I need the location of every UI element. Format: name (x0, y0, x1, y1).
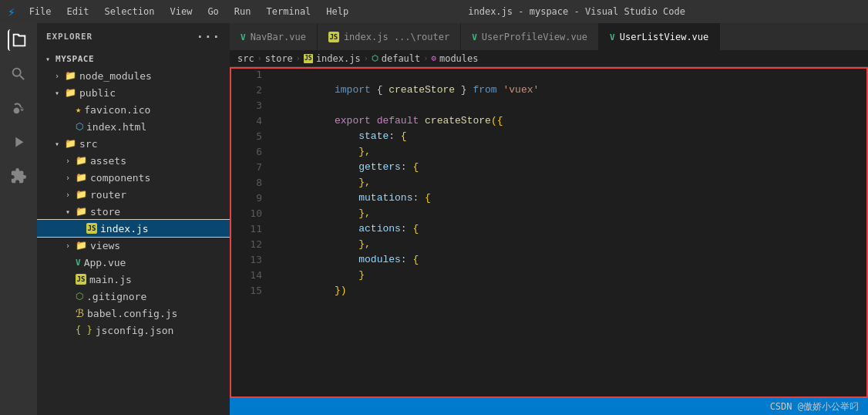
tab-index-router-label: index.js ...\router (344, 32, 449, 42)
sidebar-item-components[interactable]: › 📁 components (37, 169, 230, 186)
breadcrumb-src: src (237, 53, 254, 64)
code-line-1: import { createStore } from 'vuex' (274, 67, 868, 83)
components-label: components (90, 172, 150, 184)
chevron-right-icon: › (63, 241, 72, 250)
json-icon: { } (76, 325, 93, 336)
sidebar-item-gitignore[interactable]: ⬡ .gitignore (37, 288, 230, 305)
sidebar-item-assets[interactable]: › 📁 assets (37, 152, 230, 169)
js-icon: JS (86, 223, 97, 234)
folder-icon: 📁 (65, 70, 76, 81)
folder-icon: 📁 (76, 155, 87, 166)
sidebar-item-app-vue[interactable]: V App.vue (37, 254, 230, 271)
sidebar-item-babel-config[interactable]: ℬ babel.config.js (37, 305, 230, 322)
vue-icon: V (241, 32, 246, 42)
source-control-icon[interactable] (8, 97, 29, 119)
app-vue-label: App.vue (84, 257, 126, 268)
router-label: router (90, 189, 126, 201)
line-numbers: 1 2 3 4 5 6 7 8 9 10 11 12 13 14 15 (230, 67, 268, 398)
js-icon: JS (304, 54, 313, 63)
breadcrumb: src › store › JS index.js › ⬡ default › … (230, 50, 868, 67)
chevron-down-icon: ▾ (52, 140, 62, 148)
folder-icon: 📁 (76, 189, 87, 200)
menu-go[interactable]: Go (201, 5, 224, 19)
sidebar-menu-button[interactable]: ··· (196, 29, 220, 44)
breadcrumb-sep: › (364, 54, 368, 62)
folder-icon: 📁 (76, 240, 87, 251)
code-line-15 (274, 283, 868, 299)
title-bar: ⚡ File Edit Selection View Go Run Termin… (0, 0, 868, 23)
store-label: store (90, 206, 120, 218)
folder-icon: 📁 (76, 172, 87, 183)
node-modules-label: node_modules (79, 70, 152, 82)
menu-file[interactable]: File (23, 5, 58, 19)
debug-icon[interactable] (8, 131, 29, 153)
code-content: import { createStore } from 'vuex' expor… (268, 67, 868, 398)
menu-run[interactable]: Run (228, 5, 257, 19)
git-icon: ⬡ (76, 291, 83, 302)
breadcrumb-modules-icon: ⚙ (431, 53, 436, 63)
index-js-label: index.js (100, 223, 149, 234)
chevron-down-icon: ▾ (52, 89, 62, 97)
html-icon: ⬡ (76, 121, 83, 132)
chevron-right-icon: › (52, 72, 62, 80)
menu-bar: File Edit Selection View Go Run Terminal… (23, 5, 355, 19)
chevron-down-icon: ▾ (43, 55, 52, 63)
favicon-label: favicon.ico (84, 104, 150, 116)
js-icon: JS (328, 32, 339, 42)
extensions-icon[interactable] (8, 165, 29, 187)
menu-terminal[interactable]: Terminal (261, 5, 318, 19)
sidebar-item-router[interactable]: › 📁 router (37, 186, 230, 203)
tab-index-js-router[interactable]: JS index.js ...\router (318, 23, 461, 50)
assets-label: assets (90, 155, 126, 167)
sidebar-item-index-html[interactable]: ⬡ index.html (37, 118, 230, 135)
folder-icon: 📁 (76, 206, 87, 217)
babel-config-label: babel.config.js (87, 308, 177, 319)
breadcrumb-indexjs: index.js (316, 53, 361, 64)
breadcrumb-default-icon: ⬡ (372, 54, 378, 62)
sidebar-item-jsconfig[interactable]: { } jsconfig.json (37, 322, 230, 339)
breadcrumb-default: default (382, 53, 421, 64)
sidebar-item-node-modules[interactable]: › 📁 node_modules (37, 67, 230, 84)
vscode-logo: ⚡ (8, 5, 15, 19)
menu-edit[interactable]: Edit (61, 5, 96, 19)
chevron-down-icon: ▾ (63, 208, 72, 216)
tab-userlist-label: UserListView.vue (620, 32, 709, 42)
public-label: public (79, 87, 116, 99)
menu-help[interactable]: Help (320, 5, 355, 19)
sidebar-item-main-js[interactable]: JS main.js (37, 271, 230, 288)
sidebar: EXPLORER ··· ▾ MYSPACE › 📁 node_modules … (37, 23, 230, 415)
breadcrumb-sep: › (423, 54, 428, 62)
breadcrumb-modules: modules (439, 53, 479, 64)
star-icon: ★ (76, 104, 81, 115)
tab-userprofile-label: UserProfileView.vue (482, 32, 587, 42)
main-js-label: main.js (89, 274, 132, 285)
files-icon[interactable] (8, 29, 29, 51)
chevron-right-icon: › (63, 191, 72, 199)
sidebar-item-store[interactable]: ▾ 📁 store (37, 203, 230, 220)
menu-view[interactable]: View (163, 5, 198, 19)
vue-icon: V (472, 32, 477, 42)
menu-selection[interactable]: Selection (98, 5, 160, 19)
sidebar-item-myspace[interactable]: ▾ MYSPACE (37, 50, 230, 67)
sidebar-item-favicon[interactable]: ★ favicon.ico (37, 101, 230, 118)
breadcrumb-sep: › (296, 54, 301, 62)
tab-navbar-vue[interactable]: V NavBar.vue (230, 23, 318, 50)
tab-userlist-vue[interactable]: V UserListView.vue (599, 23, 720, 50)
tab-userprofile-vue[interactable]: V UserProfileView.vue (461, 23, 599, 50)
editor-content: 1 2 3 4 5 6 7 8 9 10 11 12 13 14 15 im (230, 67, 868, 398)
sidebar-item-views[interactable]: › 📁 views (37, 237, 230, 254)
sidebar-item-index-js[interactable]: JS index.js (37, 220, 230, 237)
vue-icon: V (76, 258, 81, 268)
chevron-right-icon: › (63, 157, 72, 165)
explorer-label: EXPLORER (46, 32, 93, 42)
vue-icon: V (610, 32, 615, 42)
window-title: index.js - myspace - Visual Studio Code (468, 6, 685, 17)
main-layout: EXPLORER ··· ▾ MYSPACE › 📁 node_modules … (0, 23, 868, 415)
chevron-right-icon: › (63, 174, 72, 182)
gitignore-label: .gitignore (86, 291, 146, 302)
tab-navbar-label: NavBar.vue (251, 32, 306, 42)
title-bar-left: ⚡ File Edit Selection View Go Run Termin… (8, 5, 355, 19)
sidebar-item-public[interactable]: ▾ 📁 public (37, 84, 230, 101)
search-icon[interactable] (8, 63, 29, 85)
sidebar-item-src[interactable]: ▾ 📁 src (37, 135, 230, 152)
